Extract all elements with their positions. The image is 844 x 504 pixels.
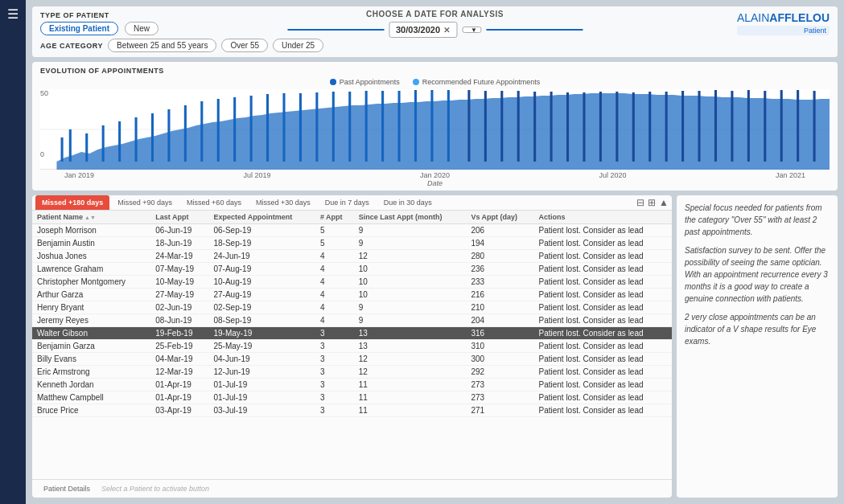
svg-rect-5 [85, 133, 88, 162]
svg-rect-17 [282, 93, 285, 162]
cell-0-2: 06-Sep-19 [209, 224, 315, 237]
tab-due-7[interactable]: Due in 7 days [319, 195, 376, 210]
age-btn-25-55[interactable]: Between 25 and 55 years [108, 39, 216, 52]
svg-rect-36 [599, 92, 602, 162]
date-clear-btn[interactable]: ✕ [443, 26, 450, 35]
col-last-appt[interactable]: Last Appt [150, 211, 208, 224]
tab-missed-180[interactable]: Missed +180 days [35, 195, 109, 210]
svg-rect-42 [698, 91, 701, 162]
tab-missed-90[interactable]: Missed +90 days [111, 195, 179, 210]
menu-icon[interactable]: ☰ [7, 6, 19, 22]
cell-12-5: 273 [466, 379, 533, 391]
cell-14-2: 03-Jul-19 [209, 404, 315, 417]
patient-type-section: TYPE OF PATIENT Existing Patient New [40, 11, 159, 35]
cell-5-4: 10 [354, 289, 467, 301]
table-row[interactable]: Billy Evans04-Mar-1904-Jun-19312300Patie… [32, 353, 672, 366]
date-dropdown[interactable] [462, 27, 481, 33]
svg-rect-11 [184, 105, 187, 162]
age-btn-under25[interactable]: Under 25 [273, 39, 323, 52]
table-row[interactable]: Lawrence Graham07-May-1907-Aug-19410236P… [32, 263, 672, 276]
cell-10-6: Patient lost. Consider as lead [533, 353, 672, 366]
cell-9-1: 25-Feb-19 [150, 340, 208, 353]
cell-4-3: 4 [315, 276, 354, 289]
chart-x-labels: Jan 2019 Jul 2019 Jan 2020 Jul 2020 Jan … [40, 171, 830, 179]
type-of-patient-label: TYPE OF PATIENT [40, 11, 159, 19]
svg-rect-13 [217, 99, 220, 162]
header-row: Patient Name Last Appt Expected Appointm… [32, 211, 672, 224]
table-scroll[interactable]: Patient Name Last Appt Expected Appointm… [32, 211, 672, 479]
tab-missed-30[interactable]: Missed +30 days [249, 195, 317, 210]
cell-3-1: 07-May-19 [150, 263, 208, 276]
svg-rect-24 [398, 91, 401, 162]
table-row[interactable]: Joseph Morrison06-Jun-1906-Sep-1959206Pa… [32, 224, 672, 237]
col-num-appt[interactable]: # Appt [315, 211, 354, 224]
cell-2-3: 4 [315, 250, 354, 263]
date-tag[interactable]: 30/03/2020 ✕ [389, 22, 457, 38]
cell-6-2: 02-Sep-19 [209, 301, 315, 314]
scroll-up-icon[interactable]: ▲ [659, 197, 669, 208]
table-row[interactable]: Henry Bryant02-Jun-1902-Sep-1949210Patie… [32, 301, 672, 314]
cell-9-0: Benjamin Garza [32, 340, 150, 353]
existing-patient-btn[interactable]: Existing Patient [40, 22, 118, 35]
col-since-last[interactable]: Since Last Appt (month) [354, 211, 467, 224]
table-panel: Missed +180 days Missed +90 days Missed … [32, 195, 672, 498]
col-patient-name[interactable]: Patient Name [32, 211, 150, 224]
cell-5-5: 216 [466, 289, 533, 301]
table-row[interactable]: Walter Gibson19-Feb-1919-May-19313316Pat… [32, 327, 672, 340]
svg-rect-21 [348, 92, 351, 162]
cell-0-1: 06-Jun-19 [150, 224, 208, 237]
date-value: 30/03/2020 [396, 25, 440, 35]
table-row[interactable]: Kenneth Jordan01-Apr-1901-Jul-19311273Pa… [32, 379, 672, 391]
cell-8-2: 19-May-19 [209, 327, 315, 340]
table-row[interactable]: Christopher Montgomery10-May-1910-Aug-19… [32, 276, 672, 289]
legend-past-label: Past Appointments [340, 78, 400, 86]
legend-dot-past [330, 79, 336, 85]
table-row[interactable]: Matthew Campbell01-Apr-1901-Jul-19311273… [32, 391, 672, 404]
table-row[interactable]: Benjamin Garza25-Feb-1925-May-19313310Pa… [32, 340, 672, 353]
brand-name-part1: ALAIN [737, 11, 769, 24]
cell-11-2: 12-Jun-19 [209, 366, 315, 379]
svg-rect-45 [747, 90, 750, 162]
patient-details-btn[interactable]: Patient Details [39, 483, 95, 494]
cell-3-4: 10 [354, 263, 467, 276]
filter-icon[interactable]: ⊟ [636, 197, 644, 208]
grid-icon[interactable]: ⊞ [648, 197, 656, 208]
cell-4-2: 10-Aug-19 [209, 276, 315, 289]
table-row[interactable]: Jeremy Reyes08-Jun-1908-Sep-1949204Patie… [32, 314, 672, 327]
tab-due-30[interactable]: Due in 30 days [377, 195, 438, 210]
cell-11-1: 12-Mar-19 [150, 366, 208, 379]
table-row[interactable]: Arthur Garza27-May-1927-Aug-19410216Pati… [32, 289, 672, 301]
cell-1-1: 18-Jun-19 [150, 237, 208, 250]
patient-type-group: Existing Patient New [40, 22, 159, 35]
chart-title: EVOLUTION OF APPOINTMENTS [40, 67, 830, 75]
cell-7-4: 9 [354, 314, 467, 327]
cell-13-6: Patient lost. Consider as lead [533, 391, 672, 404]
col-vs-appt[interactable]: Vs Appt (day) [466, 211, 533, 224]
new-patient-btn[interactable]: New [125, 22, 159, 35]
bottom-section: Missed +180 days Missed +90 days Missed … [32, 195, 838, 498]
cell-2-1: 24-Mar-19 [150, 250, 208, 263]
age-btn-over55[interactable]: Over 55 [221, 39, 268, 52]
top-panel: ALAINAFFLELOU Patient TYPE OF PATIENT Ex… [32, 6, 838, 57]
cell-12-1: 01-Apr-19 [150, 379, 208, 391]
cell-14-0: Bruce Price [32, 404, 150, 417]
cell-9-6: Patient lost. Consider as lead [533, 340, 672, 353]
table-row[interactable]: Bruce Price03-Apr-1903-Jul-19311271Patie… [32, 404, 672, 417]
table-row[interactable]: Eric Armstrong12-Mar-1912-Jun-19312292Pa… [32, 366, 672, 379]
col-expected-appt[interactable]: Expected Appointment [209, 211, 315, 224]
tab-icons: ⊟ ⊞ ▲ [636, 197, 669, 208]
svg-rect-3 [61, 137, 64, 162]
svg-rect-37 [616, 92, 618, 162]
svg-rect-43 [714, 90, 717, 162]
x-label-1: Jul 2019 [243, 171, 270, 179]
svg-rect-16 [266, 94, 269, 162]
svg-rect-34 [566, 92, 569, 162]
cell-3-5: 236 [466, 263, 533, 276]
table-row[interactable]: Joshua Jones24-Mar-1924-Jun-19412280Pati… [32, 250, 672, 263]
cell-5-1: 27-May-19 [150, 289, 208, 301]
tab-missed-60[interactable]: Missed +60 days [180, 195, 248, 210]
main-content: ALAINAFFLELOU Patient TYPE OF PATIENT Ex… [26, 0, 844, 504]
col-actions[interactable]: Actions [533, 211, 672, 224]
table-row[interactable]: Benjamin Austin18-Jun-1918-Sep-1959194Pa… [32, 237, 672, 250]
svg-rect-33 [550, 92, 553, 162]
